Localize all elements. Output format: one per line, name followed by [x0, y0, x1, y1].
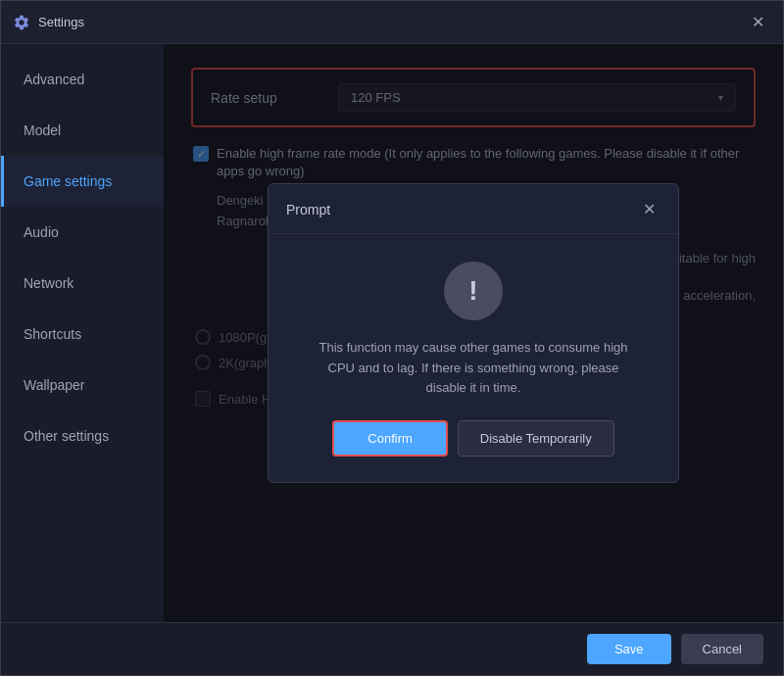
modal-overlay: Prompt ✕ ! This function may cause other… — [164, 44, 783, 622]
sidebar-item-advanced[interactable]: Advanced — [1, 54, 164, 105]
window-title: Settings — [38, 15, 744, 29]
modal-header: Prompt ✕ — [269, 184, 678, 234]
confirm-button[interactable]: Confirm — [332, 420, 448, 457]
settings-icon — [13, 14, 30, 31]
sidebar-item-model[interactable]: Model — [1, 105, 164, 156]
settings-window: Settings ✕ Advanced Model Game settings … — [0, 0, 784, 676]
sidebar-item-wallpaper[interactable]: Wallpaper — [1, 360, 164, 410]
content-area: Advanced Model Game settings Audio Netwo… — [1, 44, 783, 622]
sidebar-item-network[interactable]: Network — [1, 258, 164, 309]
prompt-modal: Prompt ✕ ! This function may cause other… — [268, 183, 679, 483]
modal-close-button[interactable]: ✕ — [637, 198, 661, 221]
footer: Save Cancel — [1, 622, 783, 675]
sidebar-item-game-settings[interactable]: Game settings — [1, 156, 164, 207]
disable-temporarily-button[interactable]: Disable Temporarily — [458, 420, 614, 457]
sidebar-item-audio[interactable]: Audio — [1, 207, 164, 258]
modal-message: This function may cause other games to c… — [317, 338, 630, 399]
sidebar: Advanced Model Game settings Audio Netwo… — [1, 44, 164, 622]
modal-title: Prompt — [286, 202, 637, 217]
title-bar: Settings ✕ — [1, 1, 783, 44]
warning-icon: ! — [468, 277, 477, 305]
window-close-button[interactable]: ✕ — [744, 9, 771, 36]
sidebar-item-shortcuts[interactable]: Shortcuts — [1, 309, 164, 360]
modal-actions: Confirm Disable Temporarily — [292, 420, 655, 462]
main-panel: Rate setup 120 FPS ▾ ✓ Enable high frame… — [164, 44, 783, 622]
sidebar-item-other-settings[interactable]: Other settings — [1, 410, 164, 461]
cancel-button[interactable]: Cancel — [681, 634, 763, 664]
modal-body: ! This function may cause other games to… — [269, 234, 678, 482]
warning-icon-circle: ! — [444, 262, 503, 320]
save-button[interactable]: Save — [587, 634, 671, 664]
